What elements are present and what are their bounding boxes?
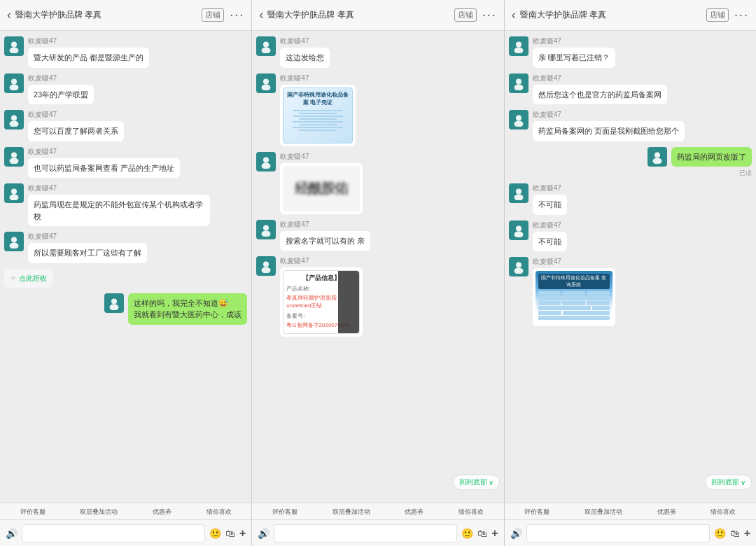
sender-name: 欧麦嗫47 [280, 152, 363, 162]
voice-button[interactable]: 🔊 [510, 528, 522, 539]
nav-item-评价客服[interactable]: 评价客服 [20, 507, 46, 517]
avatar [509, 74, 528, 93]
svg-point-21 [262, 230, 271, 237]
emoji-button[interactable]: 🙂 [209, 528, 221, 539]
message-row: 欧麦嗫47 亲 哪里写着已注销？ [509, 36, 752, 68]
nav-item-优惠券[interactable]: 优惠券 [657, 507, 676, 517]
msg-content: 欧麦嗫47 经酰胺佑 [280, 152, 363, 214]
more-button[interactable]: ··· [482, 8, 497, 22]
nav-item-猜你喜欢[interactable]: 猜你喜欢 [206, 507, 232, 517]
more-button[interactable]: ··· [230, 8, 244, 22]
avatar [256, 220, 276, 239]
bag-button[interactable]: 🛍 [730, 528, 740, 539]
store-button[interactable]: 店铺 [454, 8, 477, 22]
nav-item-猜你喜欢[interactable]: 猜你喜欢 [458, 507, 484, 517]
nav-item-评价客服[interactable]: 评价客服 [524, 507, 550, 517]
nav-item-双层叠加活动[interactable]: 双层叠加活动 [332, 507, 370, 517]
svg-point-4 [11, 115, 17, 121]
msg-bubble: 您可以百度了解两者关系 [28, 121, 124, 141]
msg-bubble: 然后您这个也是官方的药监局备案网 [533, 85, 667, 105]
svg-point-20 [263, 225, 269, 230]
message-row: 欧麦嗫47 您可以百度了解两者关系 [4, 110, 247, 141]
nav-item-双层叠加活动[interactable]: 双层叠加活动 [584, 507, 622, 517]
reject-link[interactable]: 点此拒收 [19, 274, 47, 282]
nav-item-优惠券[interactable]: 优惠券 [153, 507, 172, 517]
svg-point-15 [262, 48, 271, 54]
nav-label: 猜你喜欢 [710, 507, 736, 517]
avatar [256, 36, 276, 56]
add-button[interactable]: + [491, 527, 498, 540]
svg-point-8 [11, 189, 17, 195]
svg-point-31 [652, 158, 662, 164]
message-row: 欧麦嗫47 药监局现在是规定的不能外包宣传某个机构或者学校 [4, 183, 247, 226]
msg-content: 欧麦嗫47 您可以百度了解两者关系 [28, 110, 124, 141]
back-button[interactable]: ‹ [7, 8, 11, 22]
nav-item-评价客服[interactable]: 评价客服 [272, 507, 298, 517]
sender-name: 欧麦嗫47 [533, 36, 615, 46]
bag-button[interactable]: 🛍 [477, 528, 487, 539]
avatar [4, 232, 24, 251]
msg-bubble: 不可能 [533, 195, 567, 215]
scroll-to-bottom-button[interactable]: 回到底部 ∨ [453, 475, 500, 490]
sender-name: 欧麦嗫47 [533, 257, 615, 267]
message-input[interactable] [274, 524, 457, 542]
more-button[interactable]: ··· [734, 8, 749, 22]
store-button[interactable]: 店铺 [706, 8, 729, 22]
messages-area: 欧麦嗫47 这边发给您 欧麦嗫47 国产非特殊用途化妆品备案 电子凭证 [252, 31, 503, 503]
message-row: 欧麦嗫47 【产品信息】 产品名称: 孝真祥轻颜护原面霜 undefined王钻… [256, 256, 499, 337]
header-title: 暨南大学护肤品牌 孝真 [520, 10, 706, 21]
svg-point-23 [262, 267, 271, 274]
message-row: 欧麦嗫47 不可能 [509, 220, 752, 252]
sender-name: 欧麦嗫47 [28, 232, 147, 241]
avatar [4, 74, 24, 93]
msg-content: 欧麦嗫47 不可能 [533, 220, 567, 252]
avatar [509, 36, 528, 56]
bag-button[interactable]: 🛍 [225, 528, 235, 539]
svg-point-0 [11, 42, 17, 48]
scroll-to-bottom-button[interactable]: 回到底部 ∨ [705, 475, 752, 490]
chat-header: ‹ 暨南大学护肤品牌 孝真 店铺 ··· [252, 0, 503, 31]
svg-point-19 [262, 162, 271, 169]
voice-button[interactable]: 🔊 [6, 528, 18, 539]
avatar [509, 183, 528, 203]
message-row: 欧麦嗫47 国产非特殊用途化妆品备案 查询系统 [509, 257, 752, 326]
messages-area: 欧麦嗫47 亲 哪里写着已注销？ 欧麦嗫47 然后您这个也是官方的药监局备案网 … [505, 31, 756, 503]
store-button[interactable]: 店铺 [202, 8, 224, 22]
message-row: 欧麦嗫47 搜索名字就可以有的 亲 [256, 220, 499, 251]
message-row: 欧麦嗫47 不可能 [509, 183, 752, 215]
nav-item-猜你喜欢[interactable]: 猜你喜欢 [710, 507, 736, 517]
message-row: 欧麦嗫47 这边发给您 [256, 36, 499, 68]
sender-name: 欧麦嗫47 [533, 220, 567, 230]
nav-item-优惠券[interactable]: 优惠券 [405, 507, 424, 517]
msg-bubble: 23年的产学联盟 [28, 85, 94, 105]
nav-label: 评价客服 [524, 507, 550, 517]
chat-panel-panel1: ‹ 暨南大学护肤品牌 孝真 店铺 ··· 欧麦嗫47 暨大研发的产品 都是暨源生… [0, 0, 252, 546]
msg-bubble: 暨大研发的产品 都是暨源生产的 [28, 48, 149, 68]
nav-item-双层叠加活动[interactable]: 双层叠加活动 [80, 507, 118, 517]
emoji-button[interactable]: 🙂 [714, 528, 726, 539]
message-row: 欧麦嗫47 23年的产学联盟 [4, 74, 247, 105]
msg-website-image: 国产非特殊用途化妆品备案 查询系统 [533, 268, 615, 326]
back-button[interactable]: ‹ [512, 8, 516, 22]
emoji-button[interactable]: 🙂 [461, 528, 473, 539]
nav-label: 优惠券 [657, 507, 676, 517]
svg-point-33 [514, 195, 523, 201]
msg-content: 欧麦嗫47 药监局现在是规定的不能外包宣传某个机构或者学校 [28, 183, 210, 226]
svg-point-26 [516, 78, 522, 84]
chat-panel-panel3: ‹ 暨南大学护肤品牌 孝真 店铺 ··· 欧麦嗫47 亲 哪里写着已注销？ 欧麦… [505, 0, 756, 546]
bottom-nav: 评价客服双层叠加活动优惠券猜你喜欢 [0, 503, 251, 519]
svg-point-12 [111, 298, 117, 304]
input-bar: 🔊 🙂 🛍 + [0, 519, 251, 546]
back-button[interactable]: ‹ [259, 8, 263, 22]
message-input[interactable] [526, 524, 710, 542]
voice-button[interactable]: 🔊 [258, 528, 270, 539]
add-button[interactable]: + [744, 527, 750, 540]
msg-content: 欧麦嗫47 搜索名字就可以有的 亲 [280, 220, 370, 251]
svg-point-10 [11, 237, 17, 243]
msg-bubble-image: 国产非特殊用途化妆品备案 电子凭证 [280, 85, 356, 146]
message-input[interactable] [22, 524, 205, 542]
message-row: 欧麦嗫47 所以需要顾客对工厂这些有了解 [4, 232, 247, 263]
avatar [256, 256, 276, 276]
add-button[interactable]: + [239, 527, 246, 540]
msg-bubble: 也可以药监局备案网查看 产品的生产地址 [28, 158, 180, 178]
